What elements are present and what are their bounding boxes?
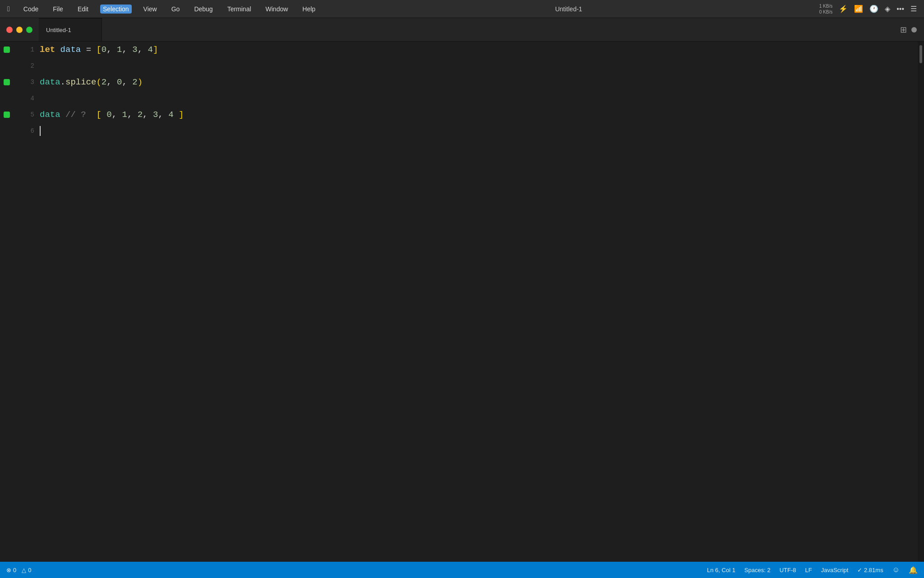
line-numbers: 1 2 3 4 5 6 <box>14 42 40 562</box>
status-right: Ln 6, Col 1 Spaces: 2 UTF-8 LF JavaScrip… <box>707 566 918 574</box>
bracket-close-1: ] <box>153 45 158 55</box>
status-encoding[interactable]: UTF-8 <box>780 567 796 573</box>
network-down: 0 KB/s <box>819 9 832 15</box>
menu-code[interactable]: Code <box>21 5 41 14</box>
close-button[interactable] <box>6 27 13 33</box>
dot-1: . <box>60 77 65 87</box>
op-assign-1: = <box>81 45 96 55</box>
network-speed: 1 KB/s 0 KB/s <box>819 3 832 15</box>
line-num-4: 4 <box>14 90 40 107</box>
unsaved-dot-icon <box>911 27 917 33</box>
menu-go[interactable]: Go <box>169 5 183 14</box>
gutter-1 <box>4 42 10 58</box>
menubar-right: 1 KB/s 0 KB/s ⚡ 📶 🕐 ◈ ••• ☰ <box>819 3 917 15</box>
result-sep-4: , <box>158 110 168 120</box>
gutter-3 <box>4 74 10 90</box>
tab-untitled[interactable]: Untitled-1 <box>39 18 102 41</box>
status-line-ending[interactable]: LF <box>805 567 812 573</box>
warning-count: 0 <box>28 567 31 573</box>
error-count: 0 <box>13 567 16 573</box>
line-num-5: 5 <box>14 107 40 123</box>
menu-window[interactable]: Window <box>263 5 291 14</box>
bracket-open-1: [ <box>96 45 101 55</box>
tab-bar-inner: Untitled-1 ⊞ <box>0 18 924 41</box>
apple-icon:  <box>7 5 10 13</box>
var-data-3: data <box>40 110 60 120</box>
code-line-3: data . splice ( 2 , 0 , 2 ) <box>40 74 918 90</box>
minimize-button[interactable] <box>16 27 23 33</box>
traffic-lights <box>0 18 39 41</box>
editor-layout: 1 2 3 4 5 6 let data = [ 0 , 1 , 3 , 4 ]… <box>0 42 924 562</box>
feedback-icon[interactable]: ☺ <box>892 566 900 574</box>
bell-icon[interactable]: 🔔 <box>909 566 918 574</box>
code-editor[interactable]: let data = [ 0 , 1 , 3 , 4 ] data . spli… <box>40 42 918 562</box>
status-timing: ✓ 2.81ms <box>857 567 883 573</box>
gutter-5 <box>4 107 10 123</box>
paren-open-1: ( <box>96 77 101 87</box>
num-1: 1 <box>117 45 122 55</box>
sep-4: , <box>106 77 117 87</box>
menu-terminal[interactable]: Terminal <box>225 5 254 14</box>
menu-help[interactable]: Help <box>300 5 318 14</box>
clock-icon: 🕐 <box>869 5 878 13</box>
result-space-2 <box>174 110 179 120</box>
arg3: 2 <box>132 77 137 87</box>
menu-file[interactable]: File <box>50 5 66 14</box>
keyword-let: let <box>40 45 55 55</box>
result-0: 0 <box>106 110 111 120</box>
menu-debug[interactable]: Debug <box>191 5 215 14</box>
space-1 <box>60 110 65 120</box>
status-errors[interactable]: ⊗ 0 △ 0 <box>6 567 31 573</box>
num-0: 0 <box>102 45 106 55</box>
result-2: 2 <box>138 110 143 120</box>
battery-icon: ⚡ <box>839 5 848 13</box>
result-sep-2: , <box>127 110 138 120</box>
menubar:  Code File Edit Selection View Go Debug… <box>0 0 924 18</box>
line-num-6: 6 <box>14 123 40 139</box>
num-4: 4 <box>148 45 153 55</box>
method-splice: splice <box>65 77 96 87</box>
status-spaces[interactable]: Spaces: 2 <box>744 567 771 573</box>
sep-3: , <box>138 45 148 55</box>
sep-5: , <box>122 77 132 87</box>
network-up: 1 KB/s <box>819 3 832 9</box>
comment-slash: // ? <box>65 110 96 120</box>
result-sep-1: , <box>112 110 122 120</box>
code-line-5: data // ? [ 0 , 1 , 2 , 3 , 4 ] <box>40 107 918 123</box>
status-language[interactable]: JavaScript <box>821 567 849 573</box>
split-editor-icon[interactable]: ⊞ <box>900 25 907 35</box>
gutter-column <box>0 42 14 562</box>
result-bracket-open: [ <box>96 110 101 120</box>
result-bracket-close: ] <box>179 110 184 120</box>
window-title: Untitled-1 <box>327 5 810 13</box>
code-line-6 <box>40 123 918 139</box>
maximize-button[interactable] <box>26 27 32 33</box>
scrollbar-thumb <box>919 45 922 63</box>
result-sep-3: , <box>143 110 153 120</box>
more-icon[interactable]: ••• <box>896 5 904 13</box>
cursor <box>40 126 41 136</box>
warning-icon: △ <box>22 567 26 573</box>
result-4: 4 <box>168 110 173 120</box>
extensions-icon: ◈ <box>885 5 890 13</box>
error-icon: ⊗ <box>6 567 11 573</box>
menu-view[interactable]: View <box>141 5 160 14</box>
status-line-col[interactable]: Ln 6, Col 1 <box>707 567 735 573</box>
code-line-1: let data = [ 0 , 1 , 3 , 4 ] <box>40 42 918 58</box>
line-num-2: 2 <box>14 58 40 74</box>
menu-edit[interactable]: Edit <box>75 5 91 14</box>
var-data-2: data <box>40 77 60 87</box>
tab-name: Untitled-1 <box>46 27 71 33</box>
editor-scrollbar[interactable] <box>918 42 924 562</box>
arg1: 2 <box>102 77 106 87</box>
code-line-2 <box>40 58 918 74</box>
sep-1: , <box>106 45 117 55</box>
paren-close-1: ) <box>138 77 143 87</box>
line-num-1: 1 <box>14 42 40 58</box>
sep-2: , <box>122 45 132 55</box>
line-num-3: 3 <box>14 74 40 90</box>
tab-bar: Untitled-1 ⊞ <box>0 18 924 42</box>
list-icon[interactable]: ☰ <box>910 5 917 13</box>
tab-actions: ⊞ <box>900 25 924 35</box>
menu-selection[interactable]: Selection <box>100 5 132 14</box>
